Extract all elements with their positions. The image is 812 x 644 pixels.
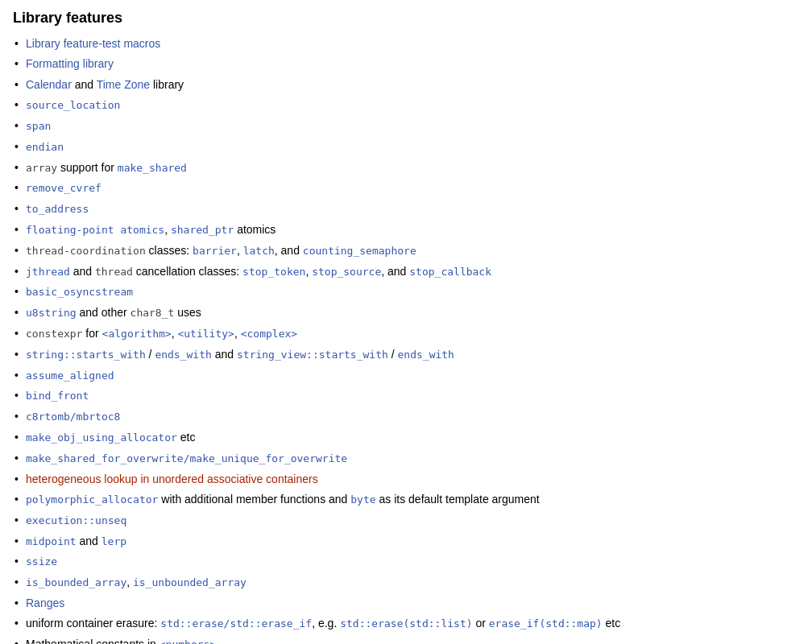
feature-list: Library feature-test macrosFormatting li… [13,35,799,644]
plain-text: , [305,265,312,278]
feature-link[interactable]: basic_osyncstream [26,286,133,298]
plain-text: etc [603,617,621,630]
plain-text: , [234,327,241,340]
feature-link[interactable]: is_unbounded_array [133,576,246,588]
feature-link[interactable]: std::erase/std::erase_if [160,617,312,630]
plain-text: for [82,327,102,340]
feature-link[interactable]: std::erase(std::list) [340,617,472,630]
feature-link[interactable]: is_bounded_array [26,576,126,588]
feature-link[interactable]: Library feature-test macros [26,37,160,50]
feature-link[interactable]: polymorphic_allocator [26,493,158,506]
feature-link[interactable]: Time Zone [97,78,150,91]
list-item: is_bounded_array, is_unbounded_array [13,573,799,592]
feature-link[interactable]: ends_with [155,349,211,361]
list-item: Formatting library [13,55,799,72]
plain-text: and [70,265,95,278]
feature-link[interactable]: stop_callback [409,266,491,278]
feature-link[interactable]: make_shared [118,162,187,174]
feature-link[interactable]: stop_source [312,266,381,278]
list-item: thread-coordination classes: barrier, la… [13,242,799,260]
plain-text: as its default template argument [376,493,540,506]
feature-link[interactable]: midpoint [26,535,77,547]
page-title: Library features [13,10,799,27]
plain-text: / [146,348,155,361]
list-item: jthread and thread cancellation classes:… [13,262,799,281]
feature-link[interactable]: c8rtomb/mbrtoc8 [26,411,120,423]
list-item: source_location [13,96,799,114]
feature-link[interactable]: floating-point atomics [26,224,164,236]
feature-link[interactable]: <numbers> [160,638,216,644]
feature-link[interactable]: heterogeneous lookup in unordered associ… [26,473,318,485]
feature-link[interactable]: u8string [26,307,77,319]
code-text: array [26,162,57,174]
list-item: basic_osyncstream [13,283,799,301]
list-item: execution::unseq [13,511,799,530]
plain-text: Mathematical constants in [26,638,160,644]
plain-text: uses [174,306,201,319]
plain-text: , [164,223,171,236]
plain-text: library [150,78,184,91]
plain-text: or [473,617,489,630]
feature-link[interactable]: make_shared_for_overwrite/make_unique_fo… [26,452,347,464]
feature-link[interactable]: endian [26,141,64,153]
list-item: assume_aligned [13,366,799,385]
feature-link[interactable]: counting_semaphore [303,245,416,257]
list-item: u8string and other char8_t uses [13,303,799,322]
list-item: c8rtomb/mbrtoc8 [13,407,799,426]
list-item: midpoint and lerp [13,532,799,551]
list-item: Calendar and Time Zone library [13,76,799,93]
feature-link[interactable]: barrier [193,245,237,257]
plain-text: atomics [234,223,276,236]
feature-link[interactable]: bind_front [26,390,89,402]
plain-text: and [212,348,237,361]
feature-link[interactable]: remove_cvref [26,182,102,194]
feature-link[interactable]: Calendar [26,78,72,91]
plain-text: uniform container erasure: [26,617,160,630]
feature-link[interactable]: ssize [26,555,57,568]
feature-link[interactable]: Formatting library [26,57,114,70]
feature-link[interactable]: byte [350,493,375,506]
feature-link[interactable]: latch [243,245,275,257]
feature-link[interactable]: stop_token [242,266,305,278]
list-item: endian [13,138,799,156]
list-item: polymorphic_allocator with additional me… [13,490,799,509]
plain-text: , and [381,265,409,278]
feature-link[interactable]: string_view::starts_with [237,349,388,361]
feature-link[interactable]: execution::unseq [26,514,126,526]
plain-text: and [77,535,102,547]
list-item: string::starts_with / ends_with and stri… [13,345,799,364]
feature-link[interactable]: string::starts_with [26,349,146,361]
plain-text: and [72,78,97,91]
code-text: constexpr [26,328,82,340]
feature-link[interactable]: jthread [26,266,70,278]
code-text: thread [95,266,133,278]
feature-link[interactable]: lerp [102,535,126,547]
feature-link[interactable]: span [26,120,51,132]
plain-text: classes: [146,244,193,257]
feature-link[interactable]: <utility> [177,328,234,340]
feature-link[interactable]: to_address [26,203,89,215]
feature-link[interactable]: make_obj_using_allocator [26,431,177,444]
list-item: to_address [13,200,799,218]
list-item: heterogeneous lookup in unordered associ… [13,470,799,488]
feature-link[interactable]: source_location [26,99,120,111]
list-item: Library feature-test macros [13,35,799,52]
code-text: thread-coordination [26,245,146,257]
plain-text: / [388,348,398,361]
list-item: make_obj_using_allocator etc [13,428,799,447]
feature-link[interactable]: erase_if(std::map) [489,617,603,630]
feature-link[interactable]: shared_ptr [171,224,234,236]
feature-link[interactable]: Ranges [26,597,64,609]
list-item: uniform container erasure: std::erase/st… [13,614,799,633]
plain-text: , e.g. [312,617,340,630]
feature-link[interactable]: <algorithm> [102,328,172,340]
feature-link[interactable]: assume_aligned [26,369,114,382]
plain-text: cancellation classes: [133,265,242,278]
list-item: ssize [13,552,799,571]
list-item: span [13,117,799,135]
feature-link[interactable]: <complex> [241,328,297,340]
plain-text: support for [57,161,118,174]
feature-link[interactable]: ends_with [398,349,454,361]
list-item: Mathematical constants in <numbers> [13,635,799,644]
plain-text: etc [177,431,196,444]
